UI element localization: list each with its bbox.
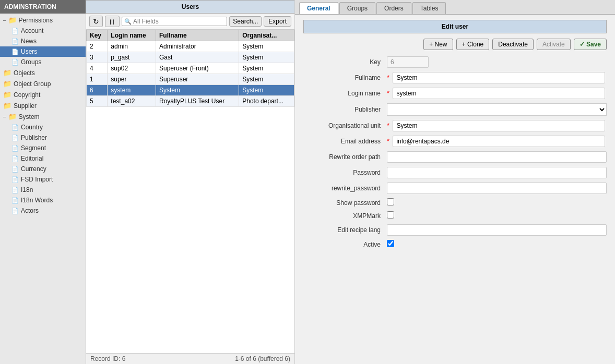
active-label: Active <box>303 241 387 248</box>
tab-tables[interactable]: Tables <box>412 2 446 14</box>
col-key[interactable]: Key <box>87 30 108 41</box>
show-password-label: Show password <box>303 199 387 207</box>
sidebar-item-users[interactable]: 📄 Users <box>0 46 86 57</box>
loginname-field: * <box>387 88 607 99</box>
field-fullname-row: Fullname * <box>303 72 607 83</box>
refresh-icon: ↻ <box>93 17 99 26</box>
tab-groups[interactable]: Groups <box>339 2 375 14</box>
rewrite-password-field <box>387 183 607 194</box>
sidebar-item-i18n[interactable]: 📄 I18n <box>0 185 86 195</box>
doc-icon: 📄 <box>11 59 19 66</box>
active-field <box>387 240 607 249</box>
doc-icon: 📄 <box>11 176 19 183</box>
permissions-label: Permissions <box>19 17 53 24</box>
publisher-label: Publisher <box>303 106 387 113</box>
search-input[interactable] <box>133 18 224 25</box>
field-loginname-row: Login name * <box>303 88 607 99</box>
key-field <box>387 56 607 68</box>
sidebar-group-objects[interactable]: 📁 Objects <box>0 67 86 78</box>
activate-button[interactable]: Activate <box>537 39 571 50</box>
users-table: Key Login name Fullname Organisat... 2ad… <box>86 30 294 107</box>
refresh-button[interactable]: ↻ <box>89 16 103 27</box>
password-input[interactable] <box>387 167 607 178</box>
table-row[interactable]: 3p_gastGastSystem <box>87 52 294 63</box>
edit-recipe-input[interactable] <box>387 224 607 236</box>
table-row[interactable]: 4sup02Superuser (Front)System <box>87 63 294 74</box>
toolbar: ↻ ⫼ 🔍 Search... Export <box>86 14 294 30</box>
sidebar: ADMINSTRATION – 📁 Permissions 📄 Account … <box>0 0 86 364</box>
orgunit-input[interactable] <box>393 120 605 131</box>
folder-icon: 📁 <box>3 91 11 99</box>
rewrite-order-label: Rewrite order path <box>303 153 387 161</box>
orgunit-label: Organisational unit <box>303 122 387 129</box>
clone-button[interactable]: + Clone <box>456 39 490 50</box>
loginname-input[interactable] <box>393 88 605 99</box>
new-button[interactable]: + New <box>423 39 453 50</box>
email-field: * <box>387 136 607 147</box>
tab-orders[interactable]: Orders <box>376 2 411 14</box>
edit-panel: Edit user + New + Clone Deactivate Activ… <box>295 15 615 258</box>
doc-icon: 📄 <box>11 38 19 45</box>
sidebar-item-news[interactable]: 📄 News <box>0 36 86 46</box>
tabs-bar: General Groups Orders Tables <box>295 0 615 15</box>
toggle-icon: – <box>3 17 6 23</box>
xmpmark-checkbox[interactable] <box>387 211 394 219</box>
loginname-label: Login name <box>303 90 387 97</box>
doc-icon: 📄 <box>11 208 19 214</box>
sidebar-item-i18n-words[interactable]: 📄 I18n Words <box>0 195 86 205</box>
table-row[interactable]: 5test_a02RoyaltyPLUS Test UserPhoto depa… <box>87 96 294 107</box>
sidebar-group-permissions[interactable]: – 📁 Permissions <box>0 15 86 26</box>
deactivate-button[interactable]: Deactivate <box>492 39 534 50</box>
sidebar-item-account[interactable]: 📄 Account <box>0 26 86 36</box>
columns-icon: ⫼ <box>109 17 116 26</box>
col-login[interactable]: Login name <box>108 30 156 41</box>
sidebar-group-objectgroup[interactable]: 📁 Object Group <box>0 78 86 89</box>
sidebar-item-country[interactable]: 📄 Country <box>0 122 86 132</box>
field-xmpmark-row: XMPMark <box>303 211 607 220</box>
field-email-row: Email address * <box>303 136 607 147</box>
show-password-field <box>387 198 607 207</box>
sidebar-item-publisher[interactable]: 📄 Publisher <box>0 132 86 143</box>
columns-button[interactable]: ⫼ <box>105 16 120 27</box>
sidebar-item-editorial[interactable]: 📄 Editorial <box>0 153 86 164</box>
col-org[interactable]: Organisat... <box>239 30 294 41</box>
orgunit-field: * <box>387 120 607 131</box>
fullname-input[interactable] <box>393 72 605 83</box>
table-row[interactable]: 1superSuperuserSystem <box>87 74 294 85</box>
record-id: Record ID: 6 <box>90 355 125 362</box>
rewrite-order-input[interactable] <box>387 151 607 163</box>
sidebar-group-supplier[interactable]: 📁 Supplier <box>0 100 86 111</box>
email-input[interactable] <box>393 136 605 147</box>
search-button[interactable]: Search... <box>229 16 262 27</box>
field-key-row: Key <box>303 56 607 68</box>
rewrite-password-input[interactable] <box>387 183 607 194</box>
save-button[interactable]: ✓ Save <box>574 39 607 50</box>
users-panel: Users ↻ ⫼ 🔍 Search... Export <box>86 0 295 364</box>
search-box: 🔍 <box>122 17 227 26</box>
doc-icon: 📄 <box>11 28 19 34</box>
sidebar-group-system[interactable]: – 📁 System <box>0 111 86 122</box>
table-row[interactable]: 2adminAdministratorSystem <box>87 41 294 52</box>
folder-icon: 📁 <box>3 69 11 77</box>
doc-icon: 📄 <box>11 145 19 152</box>
export-button[interactable]: Export <box>264 16 291 27</box>
show-password-checkbox[interactable] <box>387 198 394 205</box>
toggle-icon: – <box>3 114 6 119</box>
tab-general[interactable]: General <box>299 2 338 14</box>
sidebar-item-currency[interactable]: 📄 Currency <box>0 164 86 174</box>
sidebar-item-segment[interactable]: 📄 Segment <box>0 143 86 153</box>
required-star: * <box>387 137 389 145</box>
col-fullname[interactable]: Fullname <box>156 30 239 41</box>
sidebar-group-copyright[interactable]: 📁 Copyright <box>0 89 86 100</box>
active-checkbox[interactable] <box>387 240 394 247</box>
table-row[interactable]: 6systemSystemSystem <box>87 85 294 96</box>
doc-icon: 📄 <box>11 155 19 162</box>
required-star: * <box>387 89 389 97</box>
sidebar-item-actors[interactable]: 📄 Actors <box>0 205 86 216</box>
edit-recipe-label: Edit recipe lang <box>303 226 387 234</box>
action-bar: + New + Clone Deactivate Activate ✓ Save <box>303 39 607 50</box>
sidebar-item-groups[interactable]: 📄 Groups <box>0 57 86 67</box>
publisher-select[interactable] <box>387 103 607 116</box>
sidebar-item-fsd-import[interactable]: 📄 FSD Import <box>0 174 86 185</box>
field-rewrite-password-row: rewrite_password <box>303 183 607 194</box>
